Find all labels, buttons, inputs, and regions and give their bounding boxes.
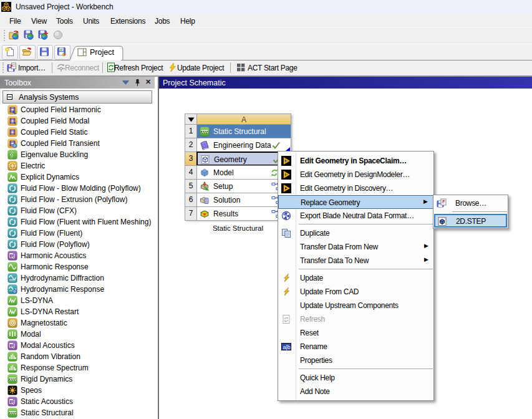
svg-text:a|b: a|b [283,344,291,350]
